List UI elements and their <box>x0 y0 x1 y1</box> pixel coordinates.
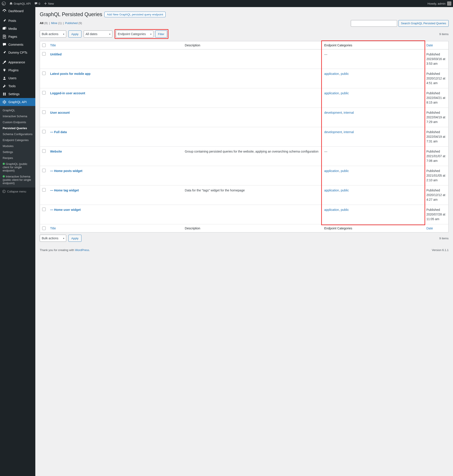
category-link[interactable]: application <box>324 72 339 76</box>
menu-item-posts[interactable]: Posts <box>0 17 35 25</box>
menu-item-tools[interactable]: Tools <box>0 82 35 90</box>
submenu-item[interactable]: Endpoint Categories <box>0 137 35 143</box>
wp-logo[interactable] <box>2 1 6 6</box>
category-link[interactable]: public <box>341 169 349 173</box>
row-description <box>183 205 322 224</box>
apply-bulk-button[interactable]: Apply <box>68 30 81 37</box>
submenu-item[interactable]: Interactive Schema (public client for si… <box>0 174 35 186</box>
submenu-item[interactable]: Schema Configurations <box>0 131 35 137</box>
menu-item-dashboard[interactable]: Dashboard <box>0 7 35 15</box>
row-checkbox[interactable] <box>42 110 46 114</box>
site-name: GraphQL API <box>14 2 31 5</box>
admin-sidebar: DashboardPostsMediaPagesCommentsDummy CP… <box>0 7 35 476</box>
submenu-item[interactable]: Settings <box>0 149 35 155</box>
pages-icon <box>2 35 7 39</box>
row-date: Published 2022/04/19 at 7:31 am <box>424 127 449 147</box>
highlighted-filter-group: Endpoint Categories▾ Filter <box>114 29 169 39</box>
category-link[interactable]: public <box>341 208 349 212</box>
submenu-item[interactable]: Custom Endpoints <box>0 119 35 125</box>
submenu-item[interactable]: Interactive Schema <box>0 113 35 119</box>
col-title-footer[interactable]: Title <box>48 224 183 233</box>
row-date: Published 2020/07/28 at 11:05 am <box>424 205 449 224</box>
site-home[interactable]: GraphQL API <box>9 2 31 5</box>
category-filter-select[interactable]: Endpoint Categories▾ <box>116 30 153 37</box>
queries-table: Title Description Endpoint Categories Da… <box>40 41 449 233</box>
filter-button[interactable]: Filter <box>155 30 167 37</box>
row-description: Group containing persisted queries for t… <box>183 147 322 166</box>
date-filter-select[interactable]: All dates▾ <box>84 30 112 37</box>
view-all[interactable]: All (9) <box>40 21 48 25</box>
row-categories: application, public <box>322 69 424 88</box>
menu-item-appearance[interactable]: Appearance <box>0 58 35 66</box>
collapse-menu[interactable]: Collapse menu <box>0 187 35 195</box>
menu-item-settings[interactable]: Settings <box>0 90 35 98</box>
category-link[interactable]: application <box>324 208 339 212</box>
submenu-item[interactable]: GraphiQL (public client for single endpo… <box>0 161 35 174</box>
row-checkbox[interactable] <box>42 207 46 211</box>
menu-item-plugins[interactable]: Plugins <box>0 66 35 74</box>
category-link[interactable]: internal <box>344 111 354 114</box>
row-title-link[interactable]: — Home tag widget <box>50 189 79 192</box>
row-title-link[interactable]: User account <box>50 111 70 114</box>
row-title-link[interactable]: — Home posts widget <box>50 169 82 173</box>
row-checkbox[interactable] <box>42 149 46 153</box>
row-title-link[interactable]: Website <box>50 150 62 153</box>
row-title-link[interactable]: — Full data <box>50 130 67 134</box>
row-title-link[interactable]: Untitled <box>50 53 62 56</box>
comments-bubble[interactable]: 0 <box>34 2 40 5</box>
menu-item-comments[interactable]: Comments <box>0 41 35 49</box>
view-links: All (9) | Mine (1) | Published (9) <box>40 21 82 25</box>
menu-item-graphql-api[interactable]: GraphQL API <box>0 98 35 106</box>
category-link[interactable]: public <box>341 189 349 192</box>
menu-item-users[interactable]: Users <box>0 74 35 82</box>
search-input[interactable] <box>351 20 397 27</box>
collapse-label: Collapse menu <box>7 190 26 193</box>
menu-item-dummy-cpts[interactable]: Dummy CPTs <box>0 49 35 57</box>
category-link[interactable]: public <box>341 72 349 76</box>
row-checkbox[interactable] <box>42 188 46 192</box>
col-title[interactable]: Title <box>48 41 183 50</box>
view-published[interactable]: Published (9) <box>65 21 82 25</box>
row-checkbox[interactable] <box>42 169 46 172</box>
wordpress-link[interactable]: WordPress <box>75 248 89 252</box>
submenu-item[interactable]: Modules <box>0 143 35 149</box>
category-link[interactable]: public <box>341 91 349 95</box>
row-title-link[interactable]: Latest posts for mobile app <box>50 72 91 76</box>
comments-count: 0 <box>39 2 40 5</box>
category-link[interactable]: application <box>324 91 339 95</box>
new-content[interactable]: New <box>44 2 54 5</box>
category-link[interactable]: internal <box>344 130 354 134</box>
row-title-link[interactable]: Logged-in user account <box>50 91 85 95</box>
bulk-actions-select[interactable]: Bulk actions▾ <box>40 30 66 37</box>
menu-item-media[interactable]: Media <box>0 25 35 33</box>
row-checkbox[interactable] <box>42 130 46 133</box>
col-date[interactable]: Date <box>424 41 449 50</box>
add-new-button[interactable]: Add New GraphQL persisted query endpoint <box>104 12 166 17</box>
category-link[interactable]: development <box>324 130 342 134</box>
menu-item-pages[interactable]: Pages <box>0 33 35 41</box>
account-menu[interactable]: Howdy, admin <box>428 1 451 6</box>
howdy-text: Howdy, admin <box>428 2 446 5</box>
select-all-checkbox[interactable] <box>42 43 46 47</box>
category-link[interactable]: application <box>324 189 339 192</box>
row-checkbox[interactable] <box>42 71 46 75</box>
view-mine[interactable]: Mine (1) <box>51 21 62 25</box>
settings-icon <box>2 92 7 96</box>
select-all-checkbox-footer[interactable] <box>42 227 46 230</box>
search-button[interactable]: Search GraphQL Persisted Queries <box>398 20 449 27</box>
submenu-item[interactable]: Recipes <box>0 155 35 161</box>
bulk-actions-select-bottom[interactable]: Bulk actions▾ <box>40 235 66 242</box>
col-description: Description <box>183 41 322 50</box>
row-checkbox[interactable] <box>42 52 46 56</box>
row-title-link[interactable]: — Home user widget <box>50 208 81 212</box>
category-link[interactable]: application <box>324 169 339 173</box>
submenu-item[interactable]: GraphiQL <box>0 107 35 113</box>
col-date-footer[interactable]: Date <box>424 224 449 233</box>
chevron-down-icon: ▾ <box>63 237 64 240</box>
table-row: Latest posts for mobile appapplication, … <box>40 69 449 88</box>
submenu-item[interactable]: Persisted Queries <box>0 125 35 131</box>
apply-bulk-button-bottom[interactable]: Apply <box>68 235 81 242</box>
category-link[interactable]: development <box>324 111 342 114</box>
chevron-down-icon: ▾ <box>63 33 64 35</box>
row-checkbox[interactable] <box>42 91 46 94</box>
